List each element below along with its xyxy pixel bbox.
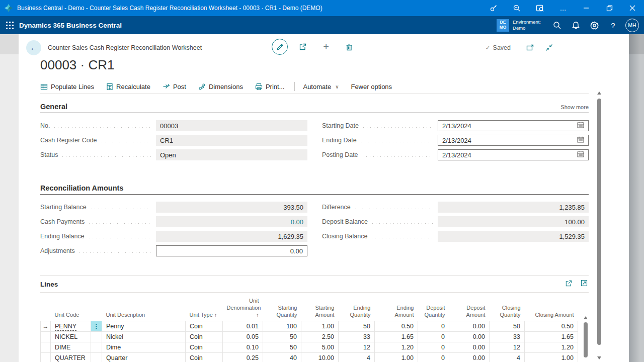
cell-starting-quantity[interactable]: 40 <box>263 353 301 362</box>
back-button[interactable]: ← <box>26 40 41 55</box>
table-row[interactable]: DIME Dime Coin 0.10 50 5.00 12 1.20 0 0 <box>41 342 578 353</box>
header-unit-code[interactable]: Unit Code <box>51 298 91 321</box>
new-plus-icon[interactable]: + <box>318 39 334 55</box>
cell-closing-amount[interactable]: 1.20 <box>525 342 578 353</box>
cell-unit-denomination[interactable]: 0.10 <box>223 342 263 353</box>
header-deposit-quantity[interactable]: Deposit Quantity <box>418 298 449 321</box>
scroll-down-arrow-icon[interactable] <box>597 356 601 359</box>
header-closing-quantity[interactable]: Closing Quantity <box>490 298 525 321</box>
header-deposit-amount[interactable]: Deposit Amount <box>449 298 490 321</box>
posting-date-input[interactable]: 2/13/2024 <box>438 149 589 160</box>
page-scrollbar[interactable] <box>595 90 603 360</box>
minimize-icon[interactable] <box>575 0 598 16</box>
automate-menu[interactable]: Automate ∨ <box>303 83 339 90</box>
cell-unit-description[interactable]: Penny <box>102 321 186 332</box>
header-ending-quantity[interactable]: Ending Quantity <box>339 298 375 321</box>
cell-unit-description[interactable]: Nickel <box>102 332 186 342</box>
calendar-icon[interactable] <box>577 151 584 159</box>
cell-deposit-quantity[interactable]: 0 <box>418 332 449 342</box>
dimensions-button[interactable]: Dimensions <box>198 83 243 90</box>
app-launcher-icon[interactable] <box>0 22 19 29</box>
cell-ending-quantity[interactable]: 12 <box>339 342 375 353</box>
cell-starting-quantity[interactable]: 100 <box>263 321 301 332</box>
cell-starting-amount[interactable]: 2.50 <box>301 332 339 342</box>
table-row[interactable]: → PENNY ⋮ Penny Coin 0.01 100 1.00 50 0.… <box>41 321 578 332</box>
lines-share-icon[interactable] <box>565 280 573 289</box>
breadcrumb[interactable]: Counter Sales Cash Register Reconciliati… <box>48 44 202 51</box>
show-more-link[interactable]: Show more <box>560 104 589 110</box>
cell-ending-quantity[interactable]: 50 <box>339 321 375 332</box>
cell-deposit-amount[interactable]: 0.00 <box>449 353 490 362</box>
cell-unit-type[interactable]: Coin <box>186 342 223 353</box>
cell-deposit-quantity[interactable]: 0 <box>418 353 449 362</box>
cell-unit-code[interactable]: DIME <box>51 342 91 353</box>
notifications-bell-icon[interactable] <box>567 16 585 34</box>
cell-starting-amount[interactable]: 10.00 <box>301 353 339 362</box>
cell-closing-quantity[interactable]: 4 <box>490 353 525 362</box>
cell-closing-quantity[interactable]: 50 <box>490 321 525 332</box>
scroll-up-arrow-icon[interactable] <box>584 316 588 319</box>
row-menu[interactable] <box>91 332 102 342</box>
cell-deposit-amount[interactable]: 0.00 <box>449 332 490 342</box>
cell-unit-type[interactable]: Coin <box>186 321 223 332</box>
cash-payments-field[interactable]: 0.00 <box>156 216 307 227</box>
restore-icon[interactable] <box>598 0 621 16</box>
page-scrollbar-thumb[interactable] <box>597 99 601 345</box>
cell-unit-code[interactable]: NICKEL <box>51 332 91 342</box>
open-in-window-icon[interactable] <box>522 40 538 56</box>
adjustments-input[interactable]: 0.00 <box>156 245 307 256</box>
header-unit-type[interactable]: Unit Type ↑ <box>186 298 223 321</box>
close-icon[interactable] <box>621 0 644 16</box>
share-icon[interactable] <box>295 39 311 55</box>
help-icon[interactable]: ? <box>604 16 622 34</box>
cell-deposit-amount[interactable]: 0.00 <box>449 321 490 332</box>
cell-closing-quantity[interactable]: 33 <box>490 332 525 342</box>
header-closing-amount[interactable]: Closing Amount <box>525 298 578 321</box>
table-row[interactable]: QUARTER Quarter Coin 0.25 40 10.00 4 1.0… <box>41 353 578 362</box>
cell-unit-denomination[interactable]: 0.25 <box>223 353 263 362</box>
ending-date-input[interactable]: 2/13/2024 <box>438 135 589 146</box>
cell-ending-quantity[interactable]: 4 <box>339 353 375 362</box>
table-row[interactable]: NICKEL Nickel Coin 0.05 50 2.50 33 1.65 … <box>41 332 578 342</box>
cell-starting-quantity[interactable]: 50 <box>263 332 301 342</box>
edit-pencil-icon[interactable] <box>272 39 288 55</box>
header-unit-description[interactable]: Unit Description <box>102 298 186 321</box>
zoom-out-icon[interactable] <box>505 0 528 16</box>
table-scrollbar[interactable] <box>583 316 589 362</box>
header-ending-amount[interactable]: Ending Amount <box>375 298 418 321</box>
more-options-icon[interactable]: … <box>551 0 575 16</box>
cell-deposit-quantity[interactable]: 0 <box>418 321 449 332</box>
table-scrollbar-thumb[interactable] <box>584 322 588 357</box>
user-avatar[interactable]: MH <box>625 19 639 32</box>
cell-unit-denomination[interactable]: 0.05 <box>223 332 263 342</box>
header-unit-denomination[interactable]: Unit Denomination ↑ <box>223 298 263 321</box>
populate-lines-button[interactable]: Populate Lines <box>40 83 94 90</box>
password-key-icon[interactable] <box>482 0 505 16</box>
cell-starting-quantity[interactable]: 50 <box>263 342 301 353</box>
cell-unit-code[interactable]: PENNY <box>51 321 91 332</box>
cell-unit-code[interactable]: QUARTER <box>51 353 91 362</box>
cell-deposit-quantity[interactable]: 0 <box>418 342 449 353</box>
cell-ending-amount[interactable]: 0.50 <box>375 321 418 332</box>
recalculate-button[interactable]: Recalculate <box>106 83 150 90</box>
product-title[interactable]: Dynamics 365 Business Central <box>19 22 122 29</box>
calendar-icon[interactable] <box>577 122 584 130</box>
cell-ending-amount[interactable]: 1.65 <box>375 332 418 342</box>
collapse-icon[interactable] <box>541 40 557 56</box>
cell-closing-amount[interactable]: 0.50 <box>525 321 578 332</box>
print-button[interactable]: Print... <box>255 83 285 90</box>
cell-ending-quantity[interactable]: 33 <box>339 332 375 342</box>
environment-badge[interactable]: DE MO <box>497 19 509 32</box>
cell-unit-denomination[interactable]: 0.01 <box>223 321 263 332</box>
delete-trash-icon[interactable] <box>341 39 357 55</box>
calendar-icon[interactable] <box>577 136 584 144</box>
cell-starting-amount[interactable]: 5.00 <box>301 342 339 353</box>
lines-expand-icon[interactable] <box>581 280 588 289</box>
cell-unit-description[interactable]: Quarter <box>102 353 186 362</box>
fewer-options-button[interactable]: Fewer options <box>351 83 392 90</box>
cell-unit-type[interactable]: Coin <box>186 353 223 362</box>
post-button[interactable]: Post <box>163 83 186 90</box>
search-icon[interactable] <box>548 16 567 34</box>
row-menu[interactable] <box>91 342 102 353</box>
cell-unit-description[interactable]: Dime <box>102 342 186 353</box>
